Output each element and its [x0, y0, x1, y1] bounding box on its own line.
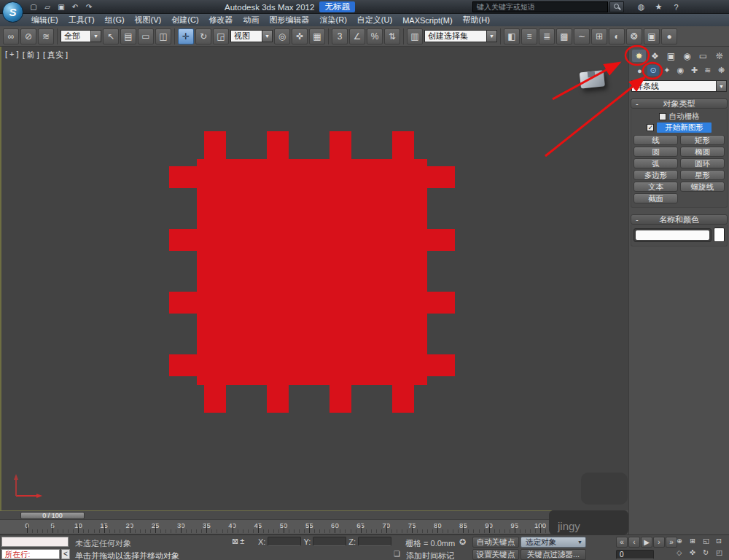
front-viewport[interactable]: [ + ][ 前 ][ 真实 ] [0, 47, 628, 510]
select-and-move-icon[interactable]: ✛ [178, 28, 194, 44]
menu-item-11[interactable]: 帮助(H) [458, 15, 495, 26]
name-and-color-rollout-header[interactable]: - 名称和颜色 [631, 214, 728, 225]
previous-frame-button[interactable]: ‹ [628, 537, 640, 548]
select-and-scale-icon[interactable]: ◲ [213, 28, 229, 44]
pan-icon[interactable]: ✜ [690, 548, 701, 559]
set-key-button[interactable]: 设置关键点 [472, 549, 519, 560]
object-type-rollout-header[interactable]: - 对象类型 [631, 98, 728, 109]
add-time-tag-button[interactable]: 添加时间标记 [406, 551, 454, 560]
fov-icon[interactable]: ◇ [677, 548, 688, 559]
key-filters-button[interactable]: 关键点过滤器... [521, 549, 586, 560]
select-object-icon[interactable]: ↖ [103, 28, 119, 44]
save-file-button[interactable]: ▣ [55, 1, 67, 12]
selection-lock-icon[interactable]: ⊠ [232, 537, 238, 546]
create-tab-icon[interactable]: ✸ [632, 50, 646, 62]
menu-item-7[interactable]: 图形编辑器 [265, 15, 315, 26]
communication-center-icon[interactable]: ◍ [636, 1, 647, 12]
render-setup-icon[interactable]: ❂ [626, 28, 642, 44]
absolute-mode-icon[interactable]: ± [240, 537, 244, 546]
search-input[interactable]: 键入关键字或短语 [472, 1, 608, 12]
named-selection-sets-dropdown[interactable]: 创建选择集 ▼ [424, 30, 497, 42]
viewport-label-2[interactable]: [ 真实 ] [43, 50, 68, 61]
menu-item-10[interactable]: MAXScript(M) [397, 16, 457, 25]
hierarchy-tab-icon[interactable]: ▣ [664, 50, 678, 62]
helpers-category-icon[interactable]: ✚ [688, 65, 701, 76]
shape-button-1[interactable]: 矩形 [680, 135, 725, 145]
favorites-icon[interactable]: ★ [653, 1, 664, 12]
autogrid-checkbox[interactable] [659, 113, 666, 120]
shape-button-7[interactable]: 星形 [680, 170, 725, 180]
zoom-extents-icon[interactable]: ◱ [703, 537, 714, 548]
maxscript-mini-listener-line2[interactable]: 所在行: [1, 549, 60, 559]
maxscript-mini-listener-line1[interactable] [1, 537, 69, 547]
mini-listener-expand-button[interactable]: < [61, 549, 70, 559]
selection-filter-dropdown[interactable]: 全部 ▼ [61, 30, 101, 42]
shape-button-4[interactable]: 弧 [634, 158, 678, 168]
menu-item-4[interactable]: 创建(C) [166, 15, 203, 26]
angle-snap-icon[interactable]: ∠ [349, 28, 365, 44]
undo-button[interactable]: ↶ [69, 1, 81, 12]
edit-named-selections-icon[interactable]: ▥ [407, 28, 423, 44]
menu-item-0[interactable]: 编辑(E) [26, 15, 63, 26]
help-icon[interactable]: ? [671, 1, 682, 12]
menu-item-5[interactable]: 修改器 [204, 15, 238, 26]
shape-button-9[interactable]: 螺旋线 [680, 182, 725, 192]
material-editor-icon[interactable]: ◐ [609, 28, 625, 44]
lights-category-icon[interactable]: ✦ [660, 65, 673, 76]
bind-to-space-warp-icon[interactable]: ≋ [38, 28, 54, 44]
spinner-snap-icon[interactable]: ⇅ [384, 28, 400, 44]
auto-key-button[interactable]: 自动关键点 [472, 537, 519, 548]
space-warps-category-icon[interactable]: ≋ [702, 65, 714, 76]
menu-item-8[interactable]: 渲染(R) [315, 15, 352, 26]
open-file-button[interactable]: ▱ [42, 1, 53, 12]
shape-button-10[interactable]: 截面 [634, 193, 678, 203]
menu-item-3[interactable]: 视图(V) [130, 15, 167, 26]
render-production-icon[interactable]: ● [661, 28, 677, 44]
search-button[interactable] [609, 1, 624, 12]
geometry-category-icon[interactable]: ● [634, 65, 646, 76]
maximize-viewport-icon[interactable]: ◰ [716, 548, 728, 559]
go-to-start-button[interactable]: « [616, 537, 628, 548]
mirror-icon[interactable]: ◧ [504, 28, 520, 44]
object-name-input[interactable] [636, 230, 709, 240]
systems-category-icon[interactable]: ❋ [715, 65, 728, 76]
new-scene-button[interactable]: ▢ [28, 1, 39, 12]
menu-item-9[interactable]: 自定义(U) [352, 15, 397, 26]
select-and-rotate-icon[interactable]: ↻ [195, 28, 211, 44]
object-color-swatch[interactable] [714, 228, 725, 242]
start-new-shape-checkbox[interactable]: ✓ [647, 124, 654, 131]
spline-shape[interactable] [169, 131, 455, 413]
shape-button-0[interactable]: 线 [634, 135, 678, 145]
play-button[interactable]: ▶ [641, 537, 652, 548]
snaps-toggle-icon[interactable]: 3 [332, 28, 348, 44]
select-and-manipulate-icon[interactable]: ✜ [292, 28, 308, 44]
motion-tab-icon[interactable]: ◉ [680, 50, 694, 62]
current-frame-field[interactable]: 0 [616, 550, 654, 559]
time-slider-handle[interactable]: 0 / 100 [20, 512, 85, 519]
keyboard-override-icon[interactable]: ▦ [309, 28, 325, 44]
window-crossing-icon[interactable]: ◫ [155, 28, 171, 44]
use-center-icon[interactable]: ◎ [274, 28, 290, 44]
curve-editor-icon[interactable]: ∼ [574, 28, 590, 44]
shape-button-6[interactable]: 多边形 [634, 170, 678, 180]
shape-category-dropdown[interactable]: 样条线 ▼ [631, 80, 727, 92]
3ds-max-logo-button[interactable]: S [2, 1, 23, 23]
z-coordinate-field[interactable] [358, 537, 391, 546]
track-bar-ruler[interactable]: 0510152025303540455055606570758085909510… [0, 520, 552, 534]
orbit-icon[interactable]: ↻ [703, 548, 714, 559]
unlink-selection-icon[interactable]: ⊘ [20, 28, 36, 44]
shape-button-2[interactable]: 圆 [634, 147, 678, 157]
select-and-link-icon[interactable]: ∞ [3, 28, 19, 44]
shapes-category-icon[interactable]: ⊙ [647, 65, 660, 76]
redo-button[interactable]: ↷ [83, 1, 95, 12]
selection-region-icon[interactable]: ▭ [138, 28, 154, 44]
shape-button-3[interactable]: 椭圆 [680, 147, 725, 157]
shape-button-8[interactable]: 文本 [634, 182, 678, 192]
cameras-category-icon[interactable]: ◉ [674, 65, 687, 76]
zoom-icon[interactable]: ⊕ [677, 537, 688, 548]
display-tab-icon[interactable]: ▭ [696, 50, 710, 62]
layer-manager-icon[interactable]: ≣ [539, 28, 555, 44]
select-by-name-icon[interactable]: ▤ [120, 28, 136, 44]
schematic-view-icon[interactable]: ⊞ [591, 28, 607, 44]
modify-tab-icon[interactable]: ❖ [648, 50, 662, 62]
